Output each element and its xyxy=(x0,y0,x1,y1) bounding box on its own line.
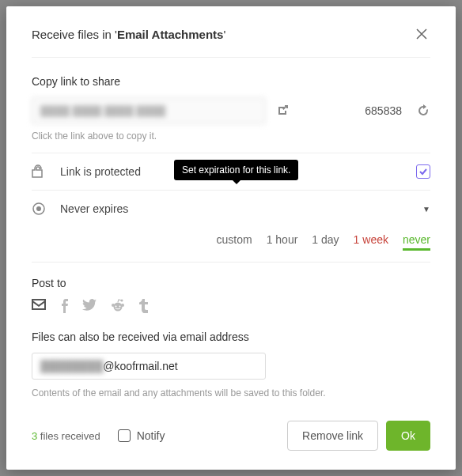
files-received: 3 files received xyxy=(32,430,100,442)
modal-header: Receive files in 'Email Attachments' xyxy=(32,25,430,58)
email-section: Files can also be received via email add… xyxy=(32,331,430,399)
exp-hour[interactable]: 1 hour xyxy=(267,233,298,251)
email-label: Files can also be received via email add… xyxy=(32,331,430,343)
copy-hint: Click the link above to copy it. xyxy=(32,130,430,142)
notify-label: Notify xyxy=(137,429,165,442)
email-user: ████████ xyxy=(40,360,103,372)
folder-name: Email Attachments xyxy=(117,28,223,41)
exp-never[interactable]: never xyxy=(403,233,430,251)
email-address-field[interactable]: ████████@koofrmail.net xyxy=(32,353,266,380)
open-link-button[interactable] xyxy=(275,104,290,118)
share-email-button[interactable] xyxy=(32,299,46,313)
post-section: Post to xyxy=(32,277,430,313)
chevron-down-icon: ▼ xyxy=(422,205,430,213)
notify-checkbox xyxy=(118,429,131,442)
svg-point-2 xyxy=(114,303,123,312)
expiration-tooltip: Set expiration for this link. xyxy=(174,160,298,180)
share-reddit-button[interactable] xyxy=(111,299,125,313)
title-prefix: Receive files in ' xyxy=(32,28,117,41)
svg-point-1 xyxy=(36,206,41,211)
lock-icon xyxy=(32,164,46,179)
expiration-options: custom 1 hour 1 day 1 week never xyxy=(32,227,430,263)
svg-point-4 xyxy=(121,304,124,307)
link-count: 685838 xyxy=(365,104,402,117)
svg-point-6 xyxy=(116,306,117,308)
exp-custom[interactable]: custom xyxy=(217,233,252,251)
close-icon xyxy=(416,28,427,40)
email-domain: @koofrmail.net xyxy=(103,360,177,372)
link-row: 685838 xyxy=(32,97,430,124)
title-suffix: ' xyxy=(223,28,225,41)
modal-title: Receive files in 'Email Attachments' xyxy=(32,28,225,41)
twitter-icon xyxy=(82,299,97,311)
share-modal: Receive files in 'Email Attachments' Cop… xyxy=(6,6,456,470)
close-button[interactable] xyxy=(413,25,430,43)
share-twitter-button[interactable] xyxy=(82,299,97,313)
share-facebook-button[interactable] xyxy=(60,299,68,313)
facebook-icon xyxy=(60,299,68,313)
social-row xyxy=(32,299,430,313)
exp-week[interactable]: 1 week xyxy=(354,233,388,251)
link-input[interactable] xyxy=(32,97,266,124)
svg-point-3 xyxy=(112,304,115,307)
ok-button[interactable]: Ok xyxy=(386,421,430,451)
remove-link-button[interactable]: Remove link xyxy=(287,421,378,451)
notify-toggle[interactable]: Notify xyxy=(118,429,165,442)
refresh-icon xyxy=(416,104,430,118)
exp-day[interactable]: 1 day xyxy=(312,233,339,251)
email-hint: Contents of the email and any attachment… xyxy=(32,387,430,399)
tumblr-icon xyxy=(139,299,148,313)
copy-link-label: Copy link to share xyxy=(32,75,430,88)
post-label: Post to xyxy=(32,277,430,289)
expires-row[interactable]: Never expires ▼ xyxy=(32,190,430,227)
external-link-icon xyxy=(275,104,290,118)
refresh-button[interactable] xyxy=(416,104,430,118)
mail-icon xyxy=(32,299,46,310)
reddit-icon xyxy=(111,299,125,312)
svg-point-7 xyxy=(119,306,121,308)
modal-footer: 3 files received Notify Remove link Ok xyxy=(32,408,430,451)
received-text: files received xyxy=(37,430,100,442)
protected-row[interactable]: Link is protected Set expiration for thi… xyxy=(32,153,430,190)
share-tumblr-button[interactable] xyxy=(139,299,148,313)
check-icon xyxy=(418,167,428,176)
target-icon xyxy=(32,202,46,216)
copy-link-section: Copy link to share 685838 Click the link… xyxy=(32,75,430,142)
expires-label: Never expires xyxy=(60,202,422,215)
protected-checkbox[interactable] xyxy=(416,164,430,179)
